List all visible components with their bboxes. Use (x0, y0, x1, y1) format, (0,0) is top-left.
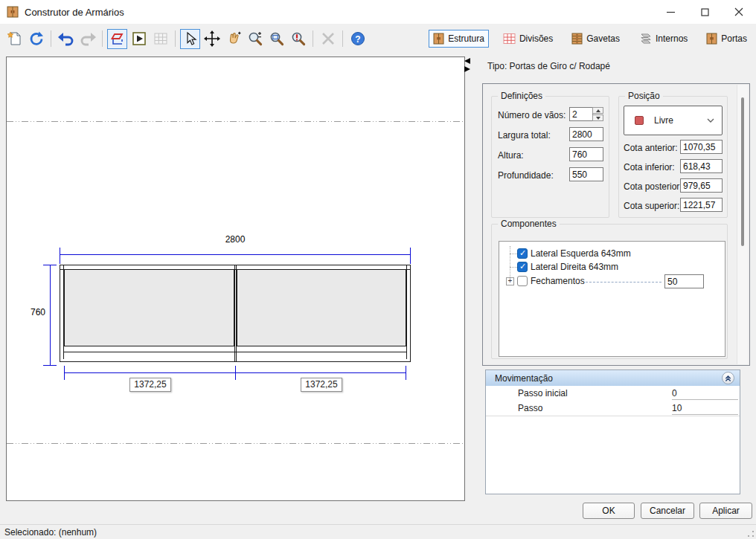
dim-tick (43, 265, 57, 265)
tab-portas[interactable]: Portas (702, 30, 752, 48)
tab-portas-label: Portas (721, 33, 747, 44)
lateral-direita-checkbox[interactable] (517, 262, 528, 272)
toolbar-separator (342, 30, 343, 47)
zoom-extents-button[interactable] (288, 29, 308, 49)
close-button[interactable] (722, 0, 756, 24)
pan-tool-button[interactable] (223, 29, 243, 49)
splitter-collapse-left-icon[interactable] (464, 58, 470, 64)
passo-inicial-value[interactable]: 0 (672, 387, 738, 400)
new-document-button[interactable] (4, 29, 25, 49)
minimize-button[interactable] (653, 0, 688, 24)
toolbar-separator (51, 30, 51, 47)
cota-inferior-input[interactable] (680, 159, 723, 173)
cota-superior-input[interactable] (680, 198, 723, 212)
dim-height-label: 760 (17, 307, 45, 317)
splitter-collapse-right-icon[interactable] (464, 66, 470, 72)
delete-button[interactable] (318, 29, 338, 49)
aplicar-button[interactable]: Aplicar (699, 503, 752, 519)
tab-gavetas[interactable]: Gavetas (567, 30, 624, 48)
shelves-icon (638, 33, 652, 45)
altura-input[interactable] (569, 147, 603, 161)
panel-scrollbar-thumb[interactable] (741, 97, 744, 246)
toolbar-separator (175, 30, 176, 47)
toolbar: ? Estrutura Divisões (0, 24, 756, 54)
dim-tick (43, 365, 57, 366)
zoom-window-icon (269, 30, 285, 47)
largura-input[interactable] (569, 127, 603, 141)
property-row[interactable]: Passo 10 (486, 401, 740, 416)
posicao-title: Posição (625, 91, 663, 101)
door-left[interactable] (64, 269, 234, 346)
tab-divisoes-label: Divisões (519, 33, 553, 44)
select-tool-button[interactable] (180, 29, 200, 49)
grid-view-icon (153, 30, 169, 47)
drawing-canvas[interactable]: 2800 760 1372,25 1372,25 (6, 57, 465, 501)
window-title: Construtor de Armários (25, 7, 124, 18)
zoom-dynamic-button[interactable] (245, 29, 265, 49)
definicoes-group: Definições Número de vãos: Largura total… (491, 96, 609, 218)
spin-up-icon (596, 109, 600, 112)
help-button[interactable]: ? (347, 29, 368, 49)
dim-tick (64, 366, 65, 380)
move-tool-button[interactable] (202, 29, 222, 49)
componentes-tree[interactable]: Lateral Esquerda 643mm Lateral Direita 6… (499, 241, 725, 357)
side-view-button[interactable] (129, 29, 149, 49)
cabinet-right-panel-line (406, 265, 407, 359)
tab-estrutura[interactable]: Estrutura (429, 30, 489, 48)
ok-button[interactable]: OK (583, 503, 635, 519)
panel-scrollbar[interactable] (737, 85, 748, 364)
numero-vaos-spinner[interactable] (592, 107, 603, 121)
tipo-label: Tipo: Portas de Giro c/ Rodapé (487, 61, 610, 71)
tool-group: ? (4, 29, 368, 49)
fechamentos-label[interactable]: Fechamentos (531, 276, 585, 286)
refresh-button[interactable] (26, 29, 46, 49)
cota-anterior-label: Cota anterior: (624, 143, 678, 153)
collapse-panel-button[interactable] (722, 372, 734, 384)
spin-down-button[interactable] (592, 114, 603, 121)
toolbar-separator (102, 30, 103, 47)
movimentacao-header[interactable]: Movimentação (486, 370, 740, 386)
posicao-mode-dropdown[interactable]: Livre (624, 106, 723, 135)
cabinet-center-divider (234, 265, 237, 362)
lateral-direita-label[interactable]: Lateral Direita 643mm (531, 262, 618, 272)
tab-divisoes[interactable]: Divisões (499, 30, 557, 48)
spin-up-button[interactable] (592, 107, 603, 114)
toolbar-separator (313, 30, 313, 47)
zoom-window-button[interactable] (266, 29, 286, 49)
svg-text:?: ? (355, 34, 360, 45)
fechamentos-expand-button[interactable]: + (506, 277, 514, 285)
pan-tool-icon (225, 30, 242, 47)
profundidade-input[interactable] (569, 167, 603, 181)
property-row[interactable]: Passo inicial 0 (486, 386, 740, 401)
lateral-esquerda-checkbox[interactable] (517, 248, 528, 259)
posicao-mode-value: Livre (654, 115, 673, 126)
fechamentos-leader-line (586, 282, 662, 283)
cota-anterior-input[interactable] (680, 140, 723, 154)
resize-grip[interactable] (747, 530, 755, 538)
chevron-double-up-icon (724, 374, 732, 382)
grid-view-button[interactable] (150, 29, 170, 49)
tab-internos[interactable]: Internos (634, 30, 692, 48)
fechamentos-value-input[interactable] (664, 274, 704, 288)
dim-span-left-value[interactable]: 1372,25 (129, 378, 171, 392)
fechamentos-checkbox[interactable] (517, 276, 528, 286)
properties-scroll-area: Definições Número de vãos: Largura total… (482, 83, 750, 366)
lateral-esquerda-label[interactable]: Lateral Esquerda 643mm (531, 248, 631, 259)
select-tool-icon (183, 31, 198, 46)
cota-posterior-input[interactable] (680, 178, 723, 193)
maximize-button[interactable] (688, 0, 722, 24)
cota-inferior-label: Cota inferior: (624, 162, 675, 172)
numero-vaos-input[interactable] (569, 107, 593, 121)
passo-value[interactable]: 10 (672, 401, 738, 415)
redo-button[interactable] (77, 29, 97, 49)
undo-button[interactable] (56, 29, 76, 49)
passo-label: Passo (518, 403, 542, 413)
window-controls (653, 0, 756, 24)
title-bar[interactable]: Construtor de Armários (0, 0, 756, 24)
cancelar-button[interactable]: Cancelar (641, 503, 694, 519)
front-view-button[interactable] (107, 29, 127, 49)
cabinet-structure-icon (433, 33, 444, 45)
tree-guide-line (510, 254, 517, 254)
door-right[interactable] (237, 269, 406, 346)
dim-span-right-value[interactable]: 1372,25 (301, 378, 342, 392)
